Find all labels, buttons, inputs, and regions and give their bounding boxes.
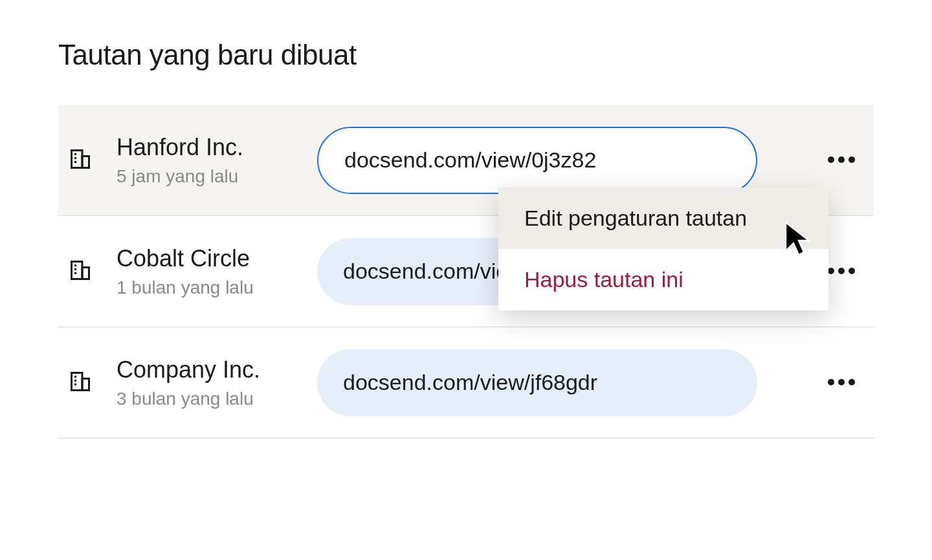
recent-links-panel: Tautan yang baru dibuat Hanford Inc. 5 j… [0, 0, 932, 438]
menu-item-edit[interactable]: Edit pengaturan tautan [498, 188, 828, 249]
company-info: Company Inc. 3 bulan yang lalu [116, 356, 317, 409]
row-actions [809, 142, 874, 178]
company-info: Hanford Inc. 5 jam yang lalu [116, 133, 317, 187]
timestamp-label: 5 jam yang lalu [116, 166, 317, 187]
svg-rect-5 [72, 261, 83, 279]
company-name: Company Inc. [116, 356, 317, 383]
building-icon [69, 259, 92, 285]
more-actions-button[interactable] [813, 142, 870, 178]
link-url-pill[interactable]: docsend.com/view/jf68gdr [317, 349, 757, 416]
timestamp-label: 3 bulan yang lalu [116, 389, 317, 409]
company-name: Cobalt Circle [116, 244, 317, 272]
company-icon-cell [58, 259, 116, 285]
company-icon-cell [58, 370, 116, 396]
company-icon-cell [58, 147, 116, 173]
svg-rect-0 [72, 150, 83, 167]
link-cell: docsend.com/view/0j3z82 [317, 127, 809, 194]
building-icon [69, 370, 92, 396]
dots-horizontal-icon [826, 155, 857, 165]
context-menu: Edit pengaturan tautan Hapus tautan ini [498, 188, 828, 310]
link-cell: docsend.com/view/jf68gdr [317, 349, 809, 416]
svg-rect-11 [82, 378, 89, 390]
link-url-pill[interactable]: docsend.com/view/0j3z82 [317, 127, 757, 194]
link-row[interactable]: Company Inc. 3 bulan yang lalu docsend.c… [58, 327, 874, 438]
dots-horizontal-icon [826, 266, 857, 276]
company-name: Hanford Inc. [116, 133, 317, 161]
menu-item-delete[interactable]: Hapus tautan ini [498, 249, 828, 310]
timestamp-label: 1 bulan yang lalu [116, 277, 317, 298]
company-info: Cobalt Circle 1 bulan yang lalu [116, 244, 317, 298]
more-actions-button[interactable] [813, 365, 870, 400]
svg-rect-6 [82, 267, 89, 279]
svg-rect-10 [72, 372, 83, 390]
page-title: Tautan yang baru dibuat [58, 39, 874, 71]
building-icon [69, 147, 92, 173]
svg-rect-1 [82, 156, 89, 167]
row-actions [809, 365, 874, 400]
dots-horizontal-icon [826, 378, 857, 387]
